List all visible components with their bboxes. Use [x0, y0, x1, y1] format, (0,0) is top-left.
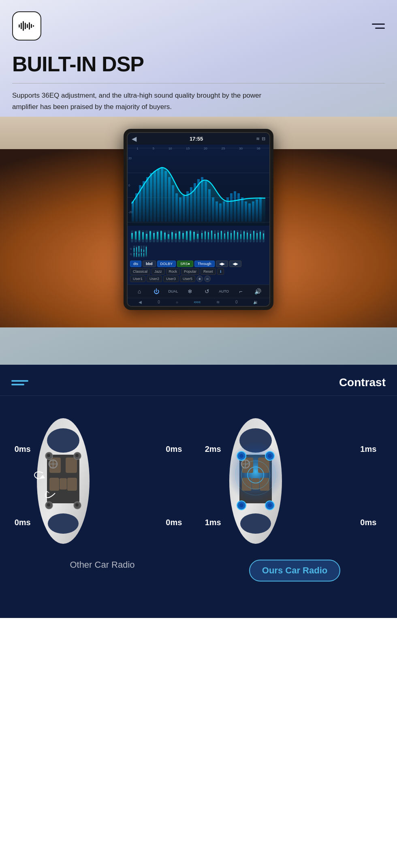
preset-info[interactable]: ℹ: [217, 268, 224, 275]
user1-button[interactable]: User1: [130, 276, 145, 282]
preset-rock[interactable]: Rock: [166, 268, 180, 275]
user5-button[interactable]: User5: [180, 276, 195, 282]
svg-rect-176: [252, 478, 259, 490]
contrast-header: Contrast: [0, 365, 397, 396]
svg-rect-135: [146, 247, 147, 256]
head-unit-screen: ◀ 17:55 ≋ ⊟ 20 0 -20: [127, 132, 270, 307]
svg-rect-55: [149, 231, 151, 240]
contrast-title: Contrast: [339, 376, 386, 389]
svg-rect-112: [247, 233, 248, 239]
svg-rect-140: [136, 252, 137, 257]
dolby-button[interactable]: DOLBY: [157, 261, 176, 267]
eq-controls: G: [128, 226, 269, 284]
svg-rect-5: [29, 22, 30, 30]
svg-rect-75: [186, 231, 188, 240]
screen-nav-bar: ⌂ ⏻ DUAL ❄ ↺ AUTO ⌐ 🔊: [128, 284, 269, 298]
svg-rect-1: [21, 23, 22, 29]
fan-control[interactable]: ≈≈≈: [194, 300, 201, 304]
hamburger-menu[interactable]: [372, 24, 385, 29]
snowflake-icon[interactable]: ❄: [186, 287, 194, 296]
temp-value-right: 0: [235, 300, 238, 304]
car-comparison: 0ms 0ms 0ms 0ms: [0, 396, 397, 594]
eq-plus-button[interactable]: +: [196, 276, 203, 282]
our-ms-bottom-right: 0ms: [360, 518, 376, 527]
svg-point-162: [75, 454, 79, 457]
svg-rect-49: [139, 230, 140, 240]
power-icon[interactable]: ⏻: [152, 287, 161, 296]
svg-rect-100: [227, 232, 228, 239]
home-icon[interactable]: ⌂: [135, 287, 144, 296]
svg-rect-96: [221, 231, 222, 239]
airflow-icon[interactable]: ⟐: [176, 300, 178, 304]
svg-rect-116: [253, 231, 254, 240]
svg-rect-77: [190, 230, 191, 241]
svg-rect-151: [49, 458, 61, 473]
volume-up-icon[interactable]: 🔊: [253, 287, 262, 296]
svg-rect-61: [160, 231, 162, 240]
top-section: BUILT-IN DSP Supports 36EQ adjustment, a…: [0, 0, 397, 365]
svg-point-148: [47, 428, 79, 453]
eq-minus-button[interactable]: −: [204, 276, 211, 282]
back-arrow[interactable]: ◀: [139, 300, 142, 304]
svg-rect-79: [193, 232, 195, 239]
svg-rect-118: [256, 233, 258, 239]
preset-jazz[interactable]: Jazz: [152, 268, 165, 275]
svg-rect-45: [131, 233, 133, 239]
hamburger-line-2: [375, 28, 385, 29]
through-button[interactable]: Through: [194, 261, 215, 267]
eq-toggle-1[interactable]: ◀▶: [216, 261, 228, 267]
page-title: BUILT-IN DSP: [12, 53, 385, 76]
svg-rect-138: [134, 253, 134, 257]
our-car-view: 2ms 1ms 1ms 0ms: [211, 412, 379, 552]
our-car-svg: [211, 412, 300, 550]
head-unit: ◀ 17:55 ≋ ⊟ 20 0 -20: [124, 129, 273, 310]
eq-presets-row: Classical Jazz Rock Popular Reset ℹ: [130, 268, 267, 275]
other-car-svg: [19, 412, 108, 550]
hero-text-area: BUILT-IN DSP Supports 36EQ adjustment, a…: [0, 49, 397, 113]
svg-text:Q: Q: [130, 253, 132, 255]
dts-button[interactable]: dts: [130, 261, 141, 267]
our-ms-bottom-left: 1ms: [205, 518, 221, 527]
our-ms-top-right: 1ms: [360, 445, 376, 454]
svg-rect-122: [263, 233, 264, 239]
svg-rect-154: [67, 478, 77, 491]
contrast-icon: [11, 380, 28, 385]
other-ms-bottom-right: 0ms: [166, 518, 182, 527]
svg-point-183: [268, 454, 272, 458]
our-car-label-button[interactable]: Ours Car Radio: [249, 560, 340, 582]
preset-popular[interactable]: Popular: [181, 268, 199, 275]
our-ms-top-left: 2ms: [205, 445, 221, 454]
svg-rect-155: [60, 478, 67, 490]
recirculate-icon[interactable]: ↺: [203, 287, 211, 296]
svg-rect-84: [201, 233, 203, 239]
svg-point-160: [47, 454, 50, 457]
heat-icon[interactable]: ≋: [216, 300, 220, 304]
bbd-button[interactable]: bbd: [143, 261, 156, 267]
svg-rect-175: [260, 478, 269, 491]
car-image-area: ◀ 17:55 ≋ ⊟ 20 0 -20: [0, 117, 397, 327]
bottom-section: Contrast 0ms 0ms 0ms 0ms: [0, 365, 397, 618]
svg-rect-144: [141, 253, 142, 257]
svg-rect-0: [19, 24, 20, 28]
svg-point-185: [239, 503, 243, 507]
preset-classical[interactable]: Classical: [130, 268, 150, 275]
defrost-icon[interactable]: ⌐: [236, 287, 245, 296]
eq-toggle-2[interactable]: ◀▶: [229, 261, 241, 267]
svg-rect-67: [171, 232, 173, 239]
svg-rect-92: [214, 234, 216, 239]
user2-button[interactable]: User2: [147, 276, 162, 282]
app-logo: [12, 11, 41, 41]
svg-text:G: G: [130, 248, 132, 250]
svg-rect-104: [234, 231, 235, 240]
srs-button[interactable]: SRS●: [177, 261, 193, 267]
eq-users-row: User1 User2 User3 User5 + −: [130, 276, 267, 282]
user3-button[interactable]: User3: [163, 276, 179, 282]
svg-rect-57: [153, 233, 155, 239]
svg-rect-106: [237, 232, 238, 239]
volume-down-icon[interactable]: 🔉: [253, 300, 258, 304]
hamburger-line-1: [372, 24, 385, 25]
svg-rect-120: [260, 232, 261, 239]
svg-rect-69: [175, 233, 177, 239]
svg-rect-71: [179, 231, 180, 239]
preset-reset[interactable]: Reset: [201, 268, 216, 275]
